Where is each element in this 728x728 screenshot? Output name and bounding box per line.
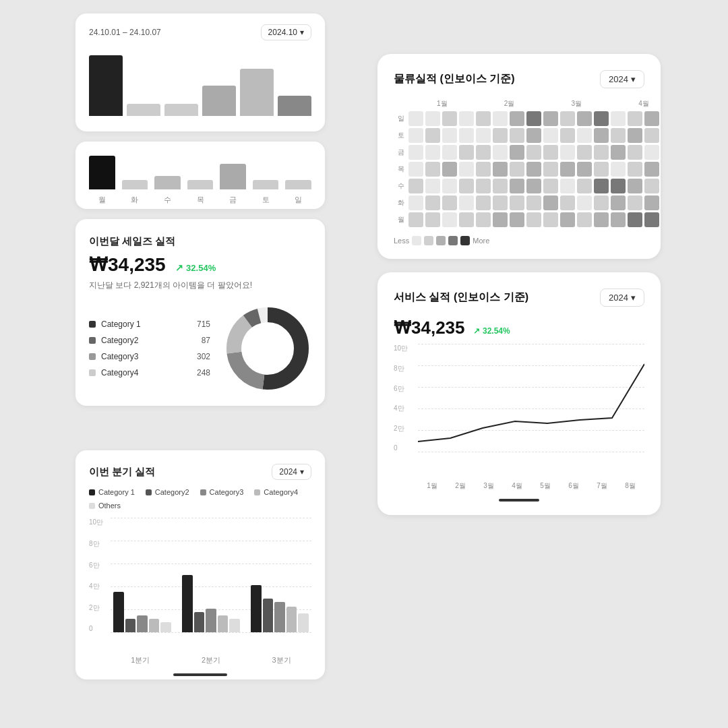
legend-item: Category 1 715 <box>89 320 210 329</box>
heatmap-cell <box>577 145 592 160</box>
quarterly-legend-item: Category3 <box>200 488 244 496</box>
heatmap-cell <box>459 179 474 193</box>
heatmap-year-select[interactable]: 2024 ▾ <box>600 70 644 88</box>
week-bar-wrap <box>187 180 214 189</box>
heatmap-month-label: 1월 <box>408 99 476 109</box>
heatmap-row-label: 일 <box>394 111 404 126</box>
heatmap-cell <box>459 195 474 210</box>
trend-up-icon: ↗ <box>473 326 480 336</box>
heatmap-row-label: 화 <box>394 195 404 210</box>
heatmap-cell <box>560 128 575 143</box>
donut-chart <box>224 305 311 392</box>
x-label: 1월 <box>418 481 446 491</box>
chevron-down-icon: ▾ <box>631 293 636 303</box>
week-bar-wrap <box>253 180 279 189</box>
legend-sq <box>200 489 206 495</box>
heatmap-cell <box>628 195 642 210</box>
heatmap-cell <box>628 162 642 177</box>
bar <box>240 69 274 116</box>
week-bar <box>89 156 115 189</box>
heatmap-cell <box>510 145 524 160</box>
heatmap-cell <box>611 145 626 160</box>
heatmap-cell <box>510 212 524 227</box>
heatmap-cell <box>442 128 457 143</box>
heatmap-cell <box>611 212 626 227</box>
heatmap-row-label: 목 <box>394 162 404 177</box>
quarterly-bar <box>298 613 309 632</box>
scroll-indicator <box>173 673 227 676</box>
y-label: 6만 <box>89 561 103 570</box>
heatmap-legend-cell <box>436 236 446 245</box>
legend-value: 87 <box>202 336 210 345</box>
y-label: 8만 <box>89 539 103 549</box>
heatmap-cell <box>543 195 558 210</box>
legend-name: Category2 <box>101 336 196 345</box>
heatmap-cell <box>476 162 491 177</box>
heatmap-grid: 일토금목수화월1월2월3월4월5월6월7월8월9월10월 <box>394 99 644 229</box>
heatmap-cell <box>476 128 491 143</box>
bar <box>89 55 123 116</box>
legend-item: Category4 248 <box>89 368 210 377</box>
heatmap-cell <box>543 179 558 193</box>
service-title: 서비스 실적 (인보이스 기준) <box>394 291 528 305</box>
heatmap-cell <box>644 128 659 143</box>
quarterly-legend-item: Category4 <box>254 488 298 496</box>
week-bar <box>187 180 214 189</box>
service-year-select[interactable]: 2024 ▾ <box>600 289 644 307</box>
y-label: 2만 <box>394 424 408 433</box>
heatmap-cell <box>594 111 609 126</box>
bar <box>164 104 198 116</box>
legend-sq <box>254 489 260 495</box>
heatmap-cell <box>510 195 524 210</box>
x-label: 7월 <box>588 481 616 491</box>
sales-badge: ↗ 32.54% <box>175 262 216 273</box>
heatmap-cell <box>408 162 423 177</box>
heatmap-cell <box>476 179 491 193</box>
bar-group <box>182 518 240 632</box>
legend-sq <box>89 489 95 495</box>
heatmap-cell <box>577 128 592 143</box>
week-bar-chart <box>89 152 311 189</box>
sales-sub: 지난달 보다 2,921개의 아이템을 더 팔았어요! <box>89 280 311 291</box>
quarterly-bar <box>251 585 262 632</box>
heatmap-cell <box>644 162 659 177</box>
heatmap-cell <box>408 212 423 227</box>
legend-item: Category2 87 <box>89 336 210 345</box>
heatmap-cell <box>644 111 659 126</box>
heatmap-cell <box>442 111 457 126</box>
week-bar-wrap <box>154 176 181 189</box>
heatmap-cell <box>611 195 626 210</box>
service-card: 서비스 실적 (인보이스 기준) 2024 ▾ ₩34,235 ↗ 32.54%… <box>377 272 661 515</box>
heatmap-cell <box>644 212 659 227</box>
heatmap-title: 물류실적 (인보이스 기준) <box>394 72 515 86</box>
bar <box>202 86 236 116</box>
week-labels: 월화수목금토일 <box>89 195 311 205</box>
heatmap-legend-less: Less <box>394 237 409 245</box>
heatmap-cell <box>526 162 541 177</box>
heatmap-cell <box>526 195 541 210</box>
heatmap-cell <box>594 195 609 210</box>
date-select-button[interactable]: 2024.10 ▾ <box>261 24 311 40</box>
chevron-down-icon: ▾ <box>300 467 304 477</box>
x-label: 1분기 <box>111 655 171 665</box>
heatmap-cell <box>493 145 508 160</box>
quarterly-year-select[interactable]: 2024 ▾ <box>272 464 311 480</box>
heatmap-cell <box>594 179 609 193</box>
week-day-label: 수 <box>154 195 181 205</box>
y-label: 4만 <box>89 582 103 591</box>
quarterly-bar <box>137 615 148 632</box>
heatmap-legend-cell <box>412 236 421 245</box>
quarterly-bar <box>125 619 136 632</box>
heatmap-cell <box>577 179 592 193</box>
heatmap-cell <box>493 179 508 193</box>
legend-value: 715 <box>197 320 210 329</box>
heatmap-cell <box>577 212 592 227</box>
legend-dot <box>89 369 96 376</box>
heatmap-cell <box>476 195 491 210</box>
service-badge: ↗ 32.54% <box>473 326 510 336</box>
quarterly-legend-item: Category 1 <box>89 488 135 496</box>
heatmap-cell <box>476 111 491 126</box>
legend-name: Category4 <box>101 368 191 377</box>
x-label: 2월 <box>446 481 475 491</box>
top-bar-card: 24.10.01 – 24.10.07 2024.10 ▾ <box>75 13 325 131</box>
